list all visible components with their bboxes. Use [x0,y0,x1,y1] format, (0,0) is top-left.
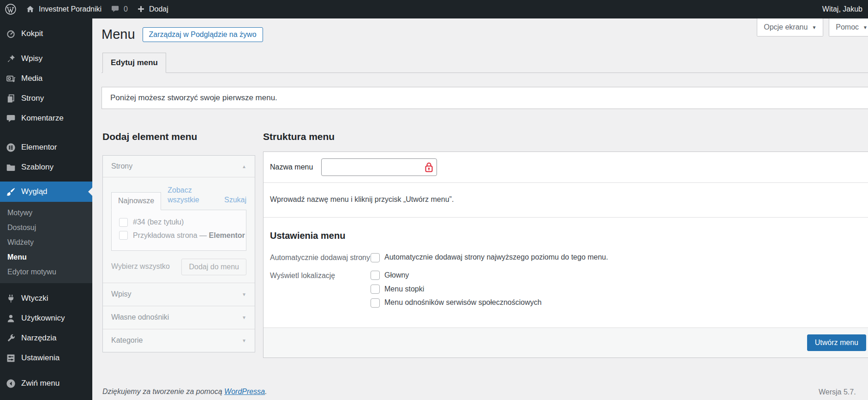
sidebar-item-label: Wygląd [21,187,48,197]
wordpress-logo-icon[interactable] [5,3,17,15]
auto-add-checkbox-label: Automatycznie dodawaj strony najwyższego… [384,253,608,262]
site-link[interactable]: Investnet Poradniki [26,5,102,14]
home-icon [26,5,35,13]
location-option-primary: Głowny [371,271,542,280]
sidebar-item-tools[interactable]: Narzędzia [0,328,92,348]
tab-most-recent[interactable]: Najnowsze [111,192,161,210]
new-content-label: Dodaj [149,5,168,14]
add-to-menu-button[interactable]: Dodaj do menu [181,259,246,275]
screen-options-button[interactable]: Opcje ekranu ▼ [757,18,823,36]
submenu-item-menus[interactable]: Menu [0,250,92,265]
comment-bubble-icon [111,5,120,13]
chevron-down-icon: ▼ [242,291,246,297]
wrench-icon [6,333,16,343]
help-label: Pomoc [836,23,859,32]
tab-edit-menu[interactable]: Edytuj menu [102,53,166,73]
sidebar-item-pages[interactable]: Strony [0,89,92,109]
sidebar-item-label: Kokpit [21,29,43,39]
location-label: Menu odnośników serwisów społecznościowy… [384,298,542,308]
comments-shortcut[interactable]: 0 [111,5,128,14]
sidebar-item-plugins[interactable]: Wtyczki [0,289,92,309]
sidebar-item-appearance[interactable]: Wygląd [0,182,92,202]
elementor-icon [6,143,16,152]
dashboard-gauge-icon [6,29,16,39]
sidebar-item-settings[interactable]: Ustawienia [0,348,92,368]
checkbox[interactable] [119,218,128,227]
location-label: Głowny [384,271,409,280]
checkbox[interactable] [371,298,380,308]
chevron-down-icon: ▼ [242,338,246,344]
paintbrush-icon [6,187,16,197]
sidebar-item-label: Zwiń menu [21,378,60,388]
menu-settings-heading: Ustawienia menu [270,230,867,242]
add-menu-items-heading: Dodaj element menu [102,130,255,143]
list-item: Przykładowa strona — Elementor [112,229,246,242]
auto-add-label: Automatycznie dodawaj strony [270,253,371,263]
sidebar-item-label: Elementor [21,142,57,152]
tab-search[interactable]: Szukaj [224,195,246,210]
create-menu-instruction: Wprowadź nazwę menu i kliknij przycisk „… [270,195,867,205]
footer-thanks: Dziękujemy za tworzenie za pomocą WordPr… [102,387,267,397]
sidebar-item-templates[interactable]: Szablony [0,158,92,177]
section-label: Strony [111,162,132,171]
accordion-section-pages[interactable]: Strony ▲ [103,156,255,177]
location-label: Menu stopki [384,285,424,294]
submenu-item-widgets[interactable]: Widżety [0,235,92,250]
panel-footer: Utwórz menu [263,327,868,358]
chevron-down-icon: ▼ [863,24,868,30]
menu-structure-heading: Struktura menu [263,130,868,143]
list-item: #34 (bez tytułu) [112,216,246,229]
pages-actions-row: Wybierz wszystko Dodaj do menu [111,259,246,275]
menu-editor-columns: Dodaj element menu Strony ▲ Najnowsze Zo… [102,130,868,380]
page-header: Menu Zarządzaj w Podglądzie na żywo [102,26,868,43]
checkbox[interactable] [371,253,380,262]
accordion-section-posts[interactable]: Wpisy ▼ [103,283,255,306]
checkbox[interactable] [371,285,380,294]
create-menu-button[interactable]: Utwórz menu [807,334,866,351]
sidebar-item-media[interactable]: Media [0,69,92,89]
checkbox[interactable] [371,271,380,280]
page-title: Menu [102,26,135,43]
submenu-item-theme-editor[interactable]: Edytor motywu [0,265,92,279]
wordpress-link[interactable]: WordPressa [224,388,265,395]
tab-view-all[interactable]: Zobacz wszystkie [168,186,214,210]
password-lock-icon[interactable] [425,162,433,175]
sidebar-item-elementor[interactable]: Elementor [0,138,92,158]
sidebar-item-collapse-menu[interactable]: Zwiń menu [0,374,92,394]
auto-add-row: Automatycznie dodawaj strony Automatyczn… [270,253,867,263]
collapse-arrow-icon [6,379,16,388]
submenu-item-themes[interactable]: Motywy [0,206,92,220]
sidebar-item-posts[interactable]: Wpisy [0,49,92,69]
camera-icon [6,74,16,84]
checkbox[interactable] [119,231,128,240]
page-item-label: #34 (bez tytułu) [133,218,184,226]
plug-icon [6,294,16,303]
divider [263,217,868,218]
auto-add-option: Automatycznie dodawaj strony najwyższego… [371,253,608,263]
site-name: Investnet Poradniki [39,5,102,14]
chevron-down-icon: ▼ [812,24,816,30]
sidebar-item-comments[interactable]: Komentarze [0,109,92,128]
sidebar-item-dashboard[interactable]: Kokpit [0,24,92,44]
menu-settings-body: Wprowadź nazwę menu i kliknij przycisk „… [263,183,868,327]
accordion-section-categories[interactable]: Kategorie ▼ [103,329,255,352]
sidebar-item-label: Komentarze [21,113,64,123]
submenu-item-customize[interactable]: Dostosuj [0,220,92,235]
help-button[interactable]: Pomoc ▼ [829,18,868,36]
menu-name-input[interactable] [321,158,437,176]
first-menu-notice: Poniżej możesz stworzyć swoje pierwsze m… [102,87,868,109]
sidebar-item-label: Ustawienia [21,353,60,363]
menu-name-label: Nazwa menu [270,163,313,172]
manage-in-customizer-button[interactable]: Zarządzaj w Podglądzie na żywo [143,27,263,42]
user-greeting[interactable]: Witaj, Jakub [822,5,862,14]
menu-edit-panel: Nazwa menu [263,152,868,358]
select-all-link[interactable]: Wybierz wszystko [111,262,170,272]
sidebar-item-label: Strony [21,93,44,103]
screen-options-label: Opcje ekranu [764,23,808,32]
accordion-section-custom-links[interactable]: Własne odnośniki ▼ [103,306,255,329]
chevron-up-icon: ▲ [242,164,246,170]
settings-sliders-icon [6,353,16,363]
sidebar-item-users[interactable]: Użytkownicy [0,309,92,328]
new-content-button[interactable]: Dodaj [137,5,168,14]
plus-icon [137,5,145,13]
